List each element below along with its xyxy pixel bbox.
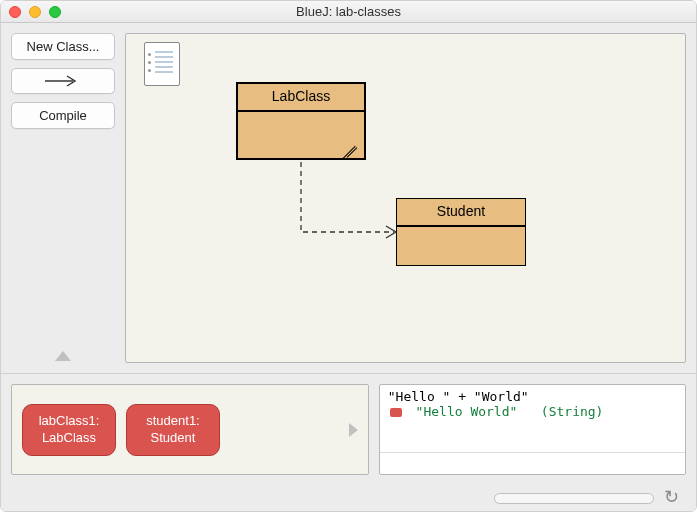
status-bar: ↻ (1, 485, 696, 511)
object-type-label: LabClass (42, 430, 96, 446)
class-name-label: Student (397, 199, 525, 227)
object-name-label: student1: (146, 413, 200, 429)
code-pad-output: "Hello " + "World" "Hello World" (String… (380, 385, 685, 452)
object-instance-student1[interactable]: student1: Student (126, 404, 220, 456)
class-diagram-canvas[interactable]: LabClass Student (125, 33, 686, 363)
codepad-result-value: "Hello World" (416, 404, 518, 419)
reset-vm-icon[interactable]: ↻ (664, 490, 684, 506)
readme-document-icon[interactable] (144, 42, 180, 86)
collapse-up-icon[interactable] (55, 351, 71, 361)
object-name-label: labClass1: (39, 413, 100, 429)
arrow-right-icon (43, 75, 83, 87)
codepad-expression: "Hello " + "World" (388, 389, 677, 404)
bottom-panel: labClass1: LabClass student1: Student "H… (1, 373, 696, 485)
code-pad[interactable]: "Hello " + "World" "Hello World" (String… (379, 384, 686, 475)
expand-right-icon[interactable] (349, 423, 358, 437)
sidebar: New Class... Compile (11, 33, 115, 363)
class-box-student[interactable]: Student (396, 198, 526, 266)
class-box-labclass[interactable]: LabClass (236, 82, 366, 160)
inheritance-arrow-tool-button[interactable] (11, 68, 115, 94)
codepad-result-type: (String) (541, 404, 604, 419)
window-title: BlueJ: lab-classes (1, 4, 696, 19)
uncompiled-stripes-icon (342, 140, 360, 154)
result-object-chip-icon[interactable] (390, 408, 402, 417)
progress-bar (494, 493, 654, 504)
object-type-label: Student (151, 430, 196, 446)
new-class-button[interactable]: New Class... (11, 33, 115, 60)
object-bench[interactable]: labClass1: LabClass student1: Student (11, 384, 369, 475)
main-panel: New Class... Compile LabClass Student (1, 23, 696, 373)
object-instance-labclass1[interactable]: labClass1: LabClass (22, 404, 116, 456)
codepad-input[interactable] (380, 452, 685, 474)
class-name-label: LabClass (238, 84, 364, 112)
window-titlebar: BlueJ: lab-classes (1, 1, 696, 23)
compile-button[interactable]: Compile (11, 102, 115, 129)
